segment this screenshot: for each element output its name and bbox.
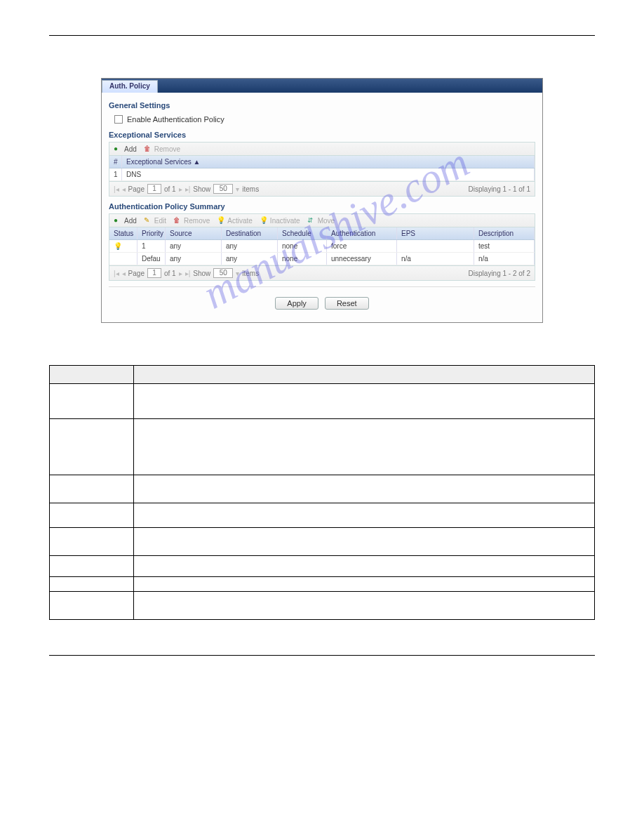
remove-button[interactable]: 🗑Remove: [144, 145, 180, 153]
dropdown-icon[interactable]: ▾: [236, 185, 239, 193]
page-label: Page: [128, 270, 145, 277]
cell-eps: n/a: [397, 253, 474, 265]
add-button[interactable]: ●Add: [114, 216, 137, 225]
summary-pager: |◂ ◂ Page 1 of 1 ▸ ▸| Show 50 ▾ items Di…: [109, 265, 535, 280]
cell-source: any: [166, 240, 222, 252]
page-input[interactable]: 1: [147, 184, 161, 194]
last-page-icon[interactable]: ▸|: [185, 270, 191, 277]
remove-label: Remove: [154, 145, 180, 153]
edit-label: Edit: [154, 217, 166, 225]
col-eps[interactable]: EPS: [397, 227, 474, 239]
activate-button[interactable]: 💡Activate: [217, 216, 253, 225]
remove-label: Remove: [184, 217, 210, 225]
page-size-select[interactable]: 50: [213, 268, 233, 278]
page-label: Page: [128, 185, 145, 193]
remove-button[interactable]: 🗑Remove: [173, 216, 210, 225]
tab-auth-policy[interactable]: Auth. Policy: [102, 80, 158, 93]
desc-header-label: [50, 366, 134, 384]
reset-button[interactable]: Reset: [325, 297, 369, 310]
add-button[interactable]: ●Add: [114, 145, 137, 153]
display-count: Displaying 1 - 1 of 1: [469, 185, 530, 193]
col-status[interactable]: Status: [109, 227, 137, 239]
col-authentication[interactable]: Authentication: [327, 227, 397, 239]
status-icon: [109, 253, 137, 265]
table-row: [50, 556, 595, 577]
cell-priority: 1: [137, 240, 166, 252]
cell-priority: Defau: [137, 253, 166, 265]
prev-page-icon[interactable]: ◂: [122, 185, 126, 193]
panel-body: General Settings Enable Authentication P…: [102, 93, 542, 322]
enable-auth-label: Enable Authentication Policy: [127, 115, 224, 124]
items-label: items: [242, 270, 259, 277]
first-page-icon[interactable]: |◂: [114, 185, 119, 193]
policy-summary-title: Authentication Policy Summary: [109, 202, 535, 211]
edit-icon: ✎: [144, 216, 152, 225]
apply-button[interactable]: Apply: [275, 297, 318, 310]
desc-header-desc: [134, 366, 595, 384]
action-buttons: Apply Reset: [109, 286, 535, 312]
table-row: [50, 577, 595, 592]
next-page-icon[interactable]: ▸: [179, 185, 182, 193]
enable-auth-checkbox[interactable]: [114, 115, 123, 124]
trash-icon: 🗑: [173, 216, 182, 225]
col-schedule[interactable]: Schedule: [278, 227, 327, 239]
first-page-icon[interactable]: |◂: [114, 270, 119, 277]
exceptional-services-title: Exceptional Services: [109, 131, 535, 139]
table-row[interactable]: 1 DNS: [109, 168, 535, 181]
table-row: [50, 592, 595, 620]
col-source[interactable]: Source: [166, 227, 222, 239]
page-input[interactable]: 1: [147, 268, 161, 278]
cell-eps: [397, 240, 474, 252]
table-row[interactable]: Defau any any none unnecessary n/a n/a: [109, 253, 535, 265]
display-count: Displaying 1 - 2 of 2: [469, 270, 530, 277]
screenshot-container: manualshive.com Auth. Policy General Set…: [49, 78, 595, 323]
cell-schedule: none: [278, 240, 327, 252]
col-priority[interactable]: Priority: [137, 227, 166, 239]
next-page-icon[interactable]: ▸: [179, 270, 182, 277]
col-description[interactable]: Description: [474, 227, 535, 239]
exceptional-pager: |◂ ◂ Page 1 of 1 ▸ ▸| Show 50 ▾ items Di…: [109, 181, 535, 196]
page-size-select[interactable]: 50: [213, 184, 233, 194]
col-destination[interactable]: Destination: [222, 227, 278, 239]
summary-toolbar: ●Add ✎Edit 🗑Remove 💡Activate 💡Inactivate…: [109, 214, 535, 227]
activate-label: Activate: [227, 217, 253, 225]
add-label: Add: [124, 217, 137, 225]
inactivate-button[interactable]: 💡Inactivate: [260, 216, 300, 225]
last-page-icon[interactable]: ▸|: [185, 185, 191, 193]
exceptional-toolbar: ●Add 🗑Remove: [109, 143, 535, 156]
table-row: [50, 475, 595, 503]
general-settings-title: General Settings: [109, 101, 535, 110]
show-label: Show: [193, 270, 210, 277]
cell-description: test: [474, 240, 535, 252]
prev-page-icon[interactable]: ◂: [122, 270, 126, 277]
header-rule: [49, 35, 595, 36]
edit-button[interactable]: ✎Edit: [144, 216, 166, 225]
add-icon: ●: [114, 216, 122, 225]
cell-authentication: force: [327, 240, 397, 252]
cell-name: DNS: [122, 168, 535, 180]
table-row[interactable]: 💡 1 any any none force test: [109, 240, 535, 253]
description-table: [49, 365, 595, 620]
col-service[interactable]: Exceptional Services ▲: [122, 156, 535, 168]
of-label: of 1: [164, 270, 176, 277]
cell-source: any: [166, 253, 222, 265]
cell-num: 1: [109, 168, 122, 180]
status-icon: 💡: [109, 240, 137, 252]
table-row: [50, 528, 595, 556]
tab-bar: Auth. Policy: [102, 79, 542, 93]
footer-rule: [49, 655, 595, 656]
cell-destination: any: [222, 253, 278, 265]
cell-destination: any: [222, 240, 278, 252]
col-num[interactable]: #: [109, 156, 122, 168]
table-row: [50, 419, 595, 475]
show-label: Show: [193, 185, 210, 193]
move-button[interactable]: ⇵Move: [307, 216, 335, 225]
move-label: Move: [318, 217, 335, 225]
table-row: [50, 503, 595, 528]
add-icon: ●: [114, 145, 122, 153]
cell-authentication: unnecessary: [327, 253, 397, 265]
dropdown-icon[interactable]: ▾: [236, 270, 239, 277]
move-icon: ⇵: [307, 216, 316, 225]
exceptional-header: # Exceptional Services ▲: [109, 156, 535, 168]
cell-description: n/a: [474, 253, 535, 265]
